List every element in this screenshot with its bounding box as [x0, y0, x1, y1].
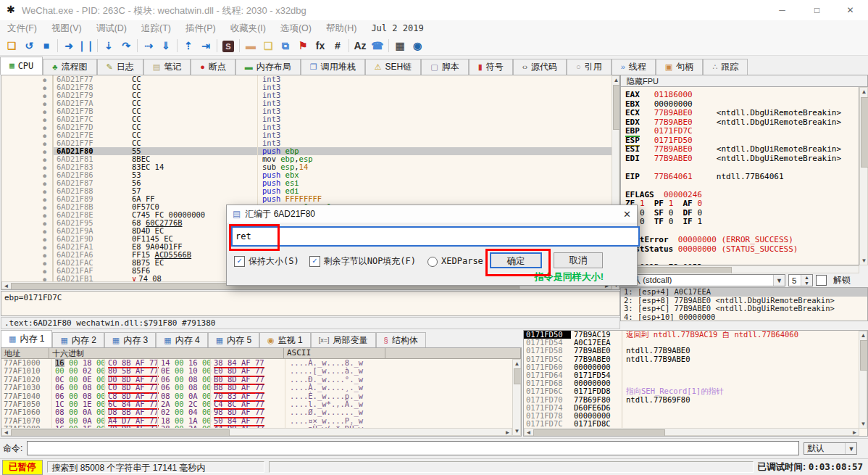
argument-row[interactable]: 3: [esp+C] 77B9ABE0 <ntdll.DbgUiRemoteBr…: [621, 305, 867, 313]
breakpoint-gutter[interactable]: ●: [1, 251, 54, 259]
disasm-row[interactable]: ●6AD21F7CCCint3: [1, 115, 619, 123]
stack-row[interactable]: 0171FD7077B69F80ntdll.77B69F80: [524, 396, 867, 404]
run-to-user-code-icon[interactable]: ⇥: [197, 38, 214, 53]
breakpoint-gutter[interactable]: ●: [1, 147, 54, 155]
menu-item[interactable]: 追踪(T): [134, 20, 178, 37]
breakpoint-gutter[interactable]: ●: [1, 235, 54, 243]
breakpoint-gutter[interactable]: ●: [1, 131, 54, 139]
breakpoint-gutter[interactable]: ●: [1, 123, 54, 131]
breakpoint-gutter[interactable]: ●: [1, 211, 54, 219]
breakpoint-dot[interactable]: ●: [43, 244, 46, 251]
breakpoint-dot[interactable]: ●: [43, 236, 46, 243]
run-icon[interactable]: ➜: [60, 38, 78, 53]
disasm-row[interactable]: ●6AD21F8756push esi: [1, 179, 619, 187]
registers-panel[interactable]: EAX 01186000EBX 00000000ECX 77B9ABE0 <nt…: [620, 87, 859, 265]
argument-row[interactable]: 1: [esp+4] A0C17EEA: [621, 288, 867, 297]
breakpoint-gutter[interactable]: ●: [1, 203, 54, 211]
disasm-row[interactable]: ●6AD21F8383EC 14sub esp,14: [1, 163, 619, 171]
dialog-title-bar[interactable]: ▤ 汇编于 6AD21F80 ✕: [227, 205, 637, 223]
strings-icon[interactable]: S: [220, 38, 237, 53]
hex-header-ascii[interactable]: ASCII: [284, 348, 385, 359]
unlock-checkbox[interactable]: ✓: [816, 275, 827, 286]
cancel-button[interactable]: 取消: [554, 252, 603, 268]
keep-size-checkbox[interactable]: ✓: [234, 256, 245, 267]
bookmarks-icon[interactable]: ⚑: [294, 38, 312, 53]
hex-vscrollbar[interactable]: ▲▼: [512, 359, 521, 436]
tab-内存 2[interactable]: ▦内存 2: [52, 332, 104, 347]
breakpoint-dot[interactable]: ●: [43, 149, 46, 155]
breakpoint-dot[interactable]: ●: [43, 141, 46, 147]
hex-hscrollbar[interactable]: ◄►: [1, 428, 512, 436]
menu-item[interactable]: 收藏夹(I): [223, 20, 273, 37]
tab-结构体[interactable]: §结构体: [376, 332, 426, 347]
tab-监视 1[interactable]: ◉监视 1: [259, 332, 311, 347]
breakpoint-gutter[interactable]: ●: [1, 267, 54, 275]
menu-item[interactable]: 调试(D): [89, 20, 134, 37]
argument-row[interactable]: 4: [esp+10] 00000000: [621, 313, 867, 322]
disasm-row[interactable]: ●6AD21F7DCCint3: [1, 123, 619, 131]
stack-hscrollbar[interactable]: ◄►: [524, 428, 859, 436]
hash-icon[interactable]: #: [329, 38, 346, 53]
disasm-row[interactable]: ●6AD21F79CCint3: [1, 91, 619, 99]
command-profile-select[interactable]: 默认▼: [804, 442, 857, 455]
functions-icon[interactable]: fx: [312, 38, 329, 53]
breakpoint-dot[interactable]: ●: [43, 205, 46, 211]
execute-till-return-icon[interactable]: ⇓: [157, 38, 175, 53]
breakpoint-dot[interactable]: ●: [43, 77, 46, 83]
tab-流程图[interactable]: ♣流程图: [43, 59, 96, 75]
disasm-row[interactable]: ●6AD21F7ECCint3: [1, 131, 619, 139]
nop-fill-checkbox[interactable]: ✓: [309, 256, 320, 267]
stack-vscrollbar[interactable]: ▲▼: [859, 331, 867, 429]
breakpoint-dot[interactable]: ●: [43, 85, 46, 91]
tab-内存 1[interactable]: ▦内存 1: [1, 330, 52, 347]
breakpoint-gutter[interactable]: ●: [1, 195, 54, 203]
step-over-icon[interactable]: ↷: [117, 38, 135, 53]
breakpoint-dot[interactable]: ●: [43, 260, 46, 267]
disasm-row[interactable]: ●6AD21F78CCint3: [1, 83, 619, 91]
case-icon[interactable]: Az: [351, 38, 369, 53]
xedparse-radio[interactable]: [427, 257, 438, 267]
tab-跟踪[interactable]: ∴跟踪: [703, 59, 748, 75]
breakpoint-dot[interactable]: ●: [43, 197, 46, 203]
register-line[interactable]: EIP 77B64061 ntdll.77B64061: [621, 173, 859, 182]
breakpoint-gutter[interactable]: ●: [1, 179, 54, 187]
menu-item[interactable]: 文件(F): [0, 20, 44, 37]
tab-脚本[interactable]: ▢脚本: [421, 59, 468, 75]
stop-icon[interactable]: ■: [38, 38, 55, 53]
tab-局部变量[interactable]: [x=]局部变量: [311, 332, 376, 347]
calculator-icon[interactable]: ▦: [391, 38, 409, 53]
tab-SEH链[interactable]: ⚠SEH链: [365, 59, 422, 75]
breakpoint-gutter[interactable]: ●: [1, 75, 54, 83]
run-to-selection-icon[interactable]: ⇢: [140, 38, 157, 53]
breakpoint-dot[interactable]: ●: [43, 173, 46, 179]
labels-icon[interactable]: ⧉: [277, 38, 294, 53]
tab-符号[interactable]: ▮符号: [469, 59, 513, 75]
tab-句柄[interactable]: ▣句柄: [656, 59, 703, 75]
open-file-icon[interactable]: ❏: [3, 38, 20, 53]
register-line[interactable]: EDI 77B9ABE0 <ntdll.DbgUiRemoteBreakin>: [621, 154, 859, 164]
maximize-button[interactable]: □: [801, 0, 833, 20]
tab-线程[interactable]: »线程: [612, 59, 656, 75]
tab-源代码[interactable]: ‹›源代码: [513, 59, 567, 75]
disasm-row[interactable]: ●6AD21F8653push ebx: [1, 171, 619, 179]
breakpoint-gutter[interactable]: ●: [1, 187, 54, 195]
register-line[interactable]: CF 0 TF 0 IF 1: [621, 218, 859, 227]
breakpoint-dot[interactable]: ●: [43, 93, 46, 99]
breakpoint-gutter[interactable]: ●: [1, 155, 54, 163]
disasm-row[interactable]: ●6AD21F7FCCint3: [1, 139, 619, 147]
register-line[interactable]: LastStatus 00000000 (STATUS_SUCCESS): [621, 245, 859, 255]
breakpoint-dot[interactable]: ●: [43, 117, 46, 123]
breakpoint-gutter[interactable]: ●: [1, 171, 54, 179]
stack-row[interactable]: 0171FD5877B9ABE0ntdll.77B9ABE0: [524, 347, 867, 355]
tab-内存 4[interactable]: ▦内存 4: [156, 332, 207, 347]
disasm-row[interactable]: ●6AD21F7BCCint3: [1, 107, 619, 115]
step-out-icon[interactable]: ⇡: [180, 38, 197, 53]
breakpoint-dot[interactable]: ●: [43, 268, 46, 275]
arguments-panel[interactable]: 1: [esp+4] A0C17EEA2: [esp+8] 77B9ABE0 <…: [620, 287, 868, 321]
breakpoint-dot[interactable]: ●: [43, 133, 46, 139]
breakpoint-gutter[interactable]: ●: [1, 219, 54, 227]
tab-日志[interactable]: ✎日志: [97, 59, 143, 75]
arg-depth-stepper[interactable]: 5 ▲▼: [788, 274, 813, 286]
breakpoint-dot[interactable]: ●: [43, 220, 46, 227]
stack-row[interactable]: 0171FD6C0171FDD8指向SEH_Record[1]的指针: [524, 387, 867, 395]
